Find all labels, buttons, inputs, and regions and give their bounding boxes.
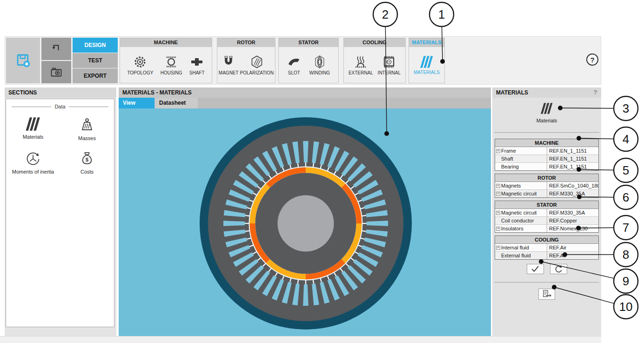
- ribbon-item-label: POLARIZATION: [240, 70, 274, 75]
- material-value[interactable]: REF.EN_1_1151: [547, 163, 598, 170]
- ribbon-group-rotor: ROTOR MAGNET: [217, 38, 275, 83]
- panel-title: MATERIALS: [496, 87, 528, 98]
- inertia-rotation-icon: [25, 150, 41, 166]
- sidebar-item-masses[interactable]: Masses: [78, 117, 96, 141]
- material-value[interactable]: REF.M330_35A: [547, 190, 598, 197]
- ribbon-item-slot[interactable]: SLOT: [287, 55, 301, 75]
- material-value[interactable]: REF.Copper: [547, 217, 598, 224]
- slot-wedge-icon: [287, 55, 301, 69]
- ribbon-item-shaft[interactable]: SHAFT: [189, 55, 205, 75]
- ribbon-item-label: MATERIALS: [414, 70, 440, 75]
- expand-icon[interactable]: +: [496, 184, 500, 188]
- export-materials-button[interactable]: [538, 289, 555, 300]
- machine-view-canvas[interactable]: [119, 108, 491, 336]
- camera-icon: [49, 65, 63, 79]
- svg-text:9: 9: [623, 274, 629, 288]
- tab-test[interactable]: TEST: [73, 53, 118, 68]
- expand-icon[interactable]: +: [496, 246, 500, 250]
- table-header: COOLING: [495, 236, 598, 244]
- ribbon-item-topology[interactable]: TOPOLOGY: [127, 55, 153, 75]
- money-bag-icon: $: [79, 150, 95, 166]
- ribbon-item-housing[interactable]: HOUSING: [161, 55, 182, 75]
- undo-button[interactable]: [41, 38, 71, 60]
- tab-datasheet[interactable]: Datasheet: [155, 98, 198, 108]
- table-header: MACHINE: [495, 139, 598, 147]
- external-heat-waves-icon: [354, 55, 368, 69]
- ribbon-item-label: SLOT: [288, 70, 300, 75]
- topology-gear-icon: [133, 55, 147, 69]
- material-label: Shaft: [495, 155, 547, 162]
- tab-export[interactable]: EXPORT: [73, 68, 118, 83]
- ribbon-item-magnet[interactable]: MAGNET: [219, 55, 239, 75]
- material-value[interactable]: REF.Air: [547, 244, 598, 251]
- sidebar-item-label: Moments of inertia: [12, 169, 54, 175]
- material-value[interactable]: REF.EN_1_1151: [547, 147, 598, 155]
- mode-tabs: DESIGN TEST EXPORT: [73, 38, 118, 83]
- ribbon-item-label: HOUSING: [161, 70, 182, 75]
- ribbon-toolbar: DESIGN TEST EXPORT MACHINE TOPOLOGY: [5, 36, 601, 85]
- ribbon-item-label: WINDING: [309, 70, 330, 75]
- ribbon-group-stator: STATOR SLOT WINDING: [278, 38, 339, 83]
- sidebar-item-costs[interactable]: $ Costs: [79, 150, 95, 175]
- material-row: +Magnetic circuitREF.M330_35A: [495, 189, 598, 197]
- material-value[interactable]: REF.Nomex_130: [547, 225, 598, 232]
- expand-icon[interactable]: +: [496, 192, 500, 196]
- svg-text:7: 7: [623, 221, 629, 235]
- check-icon: [530, 264, 541, 274]
- sections-sidebar: SECTIONS Data Materials: [5, 87, 116, 336]
- save-button[interactable]: [6, 38, 40, 83]
- material-value[interactable]: REF.EN_1_1151: [547, 155, 598, 162]
- material-value[interactable]: REF.M330_35A: [547, 209, 598, 216]
- material-row: Coil conductorREF.Copper: [495, 216, 598, 224]
- snapshot-button[interactable]: [41, 61, 71, 83]
- panel-divider: [494, 282, 599, 282]
- materials-table-cooling: COOLING+Internal fluidREF.AirExternal fl…: [495, 235, 599, 260]
- tab-view[interactable]: View: [119, 98, 154, 108]
- panel-icon-label: Materials: [492, 118, 601, 123]
- reset-button[interactable]: [550, 264, 567, 274]
- expand-icon[interactable]: +: [496, 211, 500, 215]
- export-document-icon: [541, 289, 553, 299]
- main-view: MATERIALS - MATERIALS View Datasheet: [119, 87, 491, 336]
- housing-frame-icon: [164, 55, 178, 69]
- expand-icon[interactable]: +: [496, 149, 500, 153]
- material-label: +Magnets: [495, 182, 547, 189]
- ribbon-group-cooling: COOLING EXTERNAL: [343, 38, 406, 83]
- material-label: +Internal fluid: [495, 244, 547, 251]
- sections-box: Data Materials: [6, 99, 114, 327]
- shaft-icon: [190, 55, 204, 69]
- tab-design[interactable]: DESIGN: [73, 38, 118, 53]
- svg-text:4: 4: [623, 132, 629, 146]
- materials-tables: MACHINE+FrameREF.EN_1_1151ShaftREF.EN_1_…: [492, 133, 601, 260]
- reset-arrow-icon: [553, 264, 564, 274]
- svg-text:2: 2: [382, 7, 389, 21]
- svg-text:8: 8: [623, 248, 629, 262]
- material-row: +MagnetsREF.SmCo_1040_1800: [495, 182, 598, 189]
- expand-icon[interactable]: +: [496, 227, 500, 231]
- ribbon-item-external[interactable]: EXTERNAL: [349, 55, 373, 75]
- help-button[interactable]: ?: [586, 54, 598, 66]
- materials-m-logo-icon: [25, 117, 41, 131]
- sidebar-item-materials[interactable]: Materials: [23, 117, 44, 141]
- sidebar-item-moments-of-inertia[interactable]: Moments of inertia: [12, 150, 54, 175]
- panel-icon-block: Materials: [492, 98, 601, 132]
- materials-table-rotor: ROTOR+MagnetsREF.SmCo_1040_1800+Magnetic…: [495, 174, 599, 198]
- data-group-legend: Data: [12, 104, 108, 109]
- ribbon-item-label: SHAFT: [189, 70, 205, 75]
- ribbon-item-winding[interactable]: WINDING: [309, 55, 330, 75]
- polarization-hexagon-icon: [250, 55, 264, 69]
- material-value[interactable]: REF.SmCo_1040_1800: [547, 182, 598, 189]
- undo-arrow-icon: [49, 42, 63, 56]
- view-tabs: View Datasheet: [119, 98, 491, 108]
- ribbon-item-materials[interactable]: MATERIALS: [414, 55, 440, 75]
- sidebar-item-label: Masses: [78, 135, 96, 141]
- panel-help-button[interactable]: ?: [594, 87, 597, 98]
- ribbon-group-title: COOLING: [344, 38, 405, 47]
- ribbon-item-internal[interactable]: INTERNAL: [378, 55, 401, 75]
- ribbon-group-title: MATERIALS: [409, 38, 444, 47]
- material-value[interactable]: REF.Air: [547, 252, 598, 259]
- ribbon-group-title: ROTOR: [217, 38, 275, 47]
- sections-title: SECTIONS: [5, 87, 116, 98]
- apply-button[interactable]: [527, 264, 544, 274]
- ribbon-item-polarization[interactable]: POLARIZATION: [240, 55, 274, 75]
